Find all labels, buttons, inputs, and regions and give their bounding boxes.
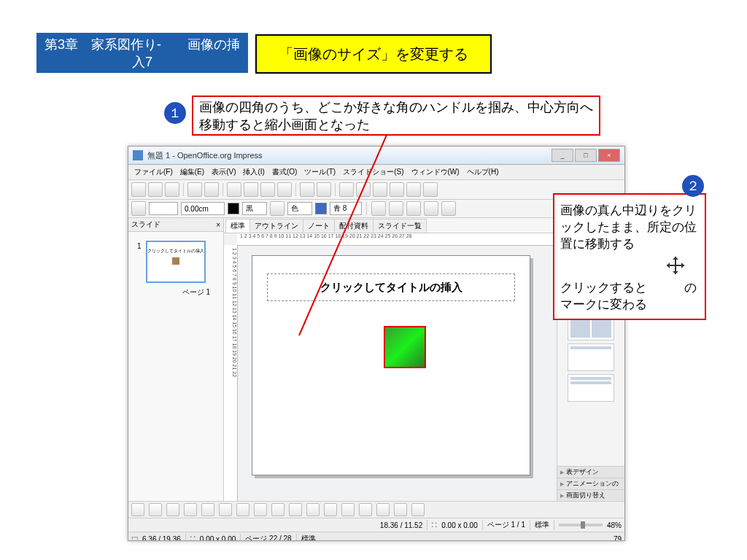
navigator-icon[interactable] [390, 182, 404, 197]
redo-icon[interactable] [317, 182, 331, 197]
new-icon[interactable] [131, 182, 146, 197]
slides-panel-header: スライド × [128, 218, 223, 232]
canvas-wrap: 1 2 3 4 5 6 7 8 9 10 11 12 13 14 15 16 1… [224, 233, 557, 501]
step-2-line1: 画像の真ん中辺りをクリックしたまま、所定の位置に移動する [560, 202, 699, 252]
tab-handout[interactable]: 配付資料 [334, 219, 374, 233]
slide-design-icon[interactable] [424, 201, 438, 216]
basic-shapes-icon[interactable] [271, 503, 285, 516]
zoom-readout: 48% [607, 521, 622, 529]
fill-label[interactable]: 色 [287, 202, 312, 215]
arrange-icon[interactable] [406, 201, 421, 216]
zoom-readout-2: 79 [614, 535, 622, 542]
close-panel-icon[interactable]: × [216, 221, 220, 229]
menu-format[interactable]: 書式(O) [269, 167, 300, 177]
menu-insert[interactable]: 挿入(I) [240, 167, 267, 177]
title-placeholder[interactable]: クリックしてタイトルの挿入 [267, 273, 515, 301]
save-icon[interactable] [165, 182, 179, 197]
zoom-slider[interactable] [559, 524, 603, 526]
accordion-animation[interactable]: ▶アニメーションの [557, 478, 624, 489]
window-title: 無題 1 - OpenOffice.org Impress [147, 150, 263, 161]
arrow-select-icon[interactable] [131, 201, 146, 216]
preview-icon[interactable] [204, 182, 219, 197]
window-titlebar: 無題 1 - OpenOffice.org Impress _ □ × [128, 147, 624, 165]
fontwork-icon[interactable] [394, 503, 407, 516]
accordion-table-design[interactable]: ▶表デザイン [557, 466, 624, 478]
statusbar-inner: 18.36 / 11.52 ⸬ 0.00 x 0.00 ページ 1 / 1 標準… [128, 518, 624, 532]
3d-icon[interactable] [376, 503, 390, 516]
stars-icon[interactable] [359, 503, 372, 516]
step-2-line2: クリックすると のマークに変わる [560, 279, 699, 313]
move-arrows-icon [667, 257, 684, 274]
layout-thumb[interactable] [568, 343, 614, 371]
table-icon[interactable] [356, 182, 371, 197]
slide-thumbnail[interactable]: 1 クリックしてタイトルの挿入 [146, 241, 206, 283]
symbol-shapes-icon[interactable] [289, 503, 302, 516]
flowchart-icon[interactable] [324, 503, 337, 516]
menu-file[interactable]: ファイル(F) [131, 167, 176, 177]
cut-icon[interactable] [244, 182, 258, 197]
undo-icon[interactable] [300, 182, 314, 197]
insert-image-icon[interactable] [411, 503, 425, 516]
fill-color-chip[interactable] [315, 203, 327, 214]
step-2-text: 画像の真ん中辺りをクリックしたまま、所定の位置に移動する クリックすると のマー… [553, 193, 706, 320]
slide-layout-icon[interactable] [441, 201, 456, 216]
selected-image[interactable] [384, 326, 426, 368]
paste-icon[interactable] [277, 182, 292, 197]
menu-view[interactable]: 表示(V) [209, 167, 239, 177]
zoom-icon[interactable] [406, 182, 421, 197]
format-toolbar: 0.00cm 黒 色 青 8 [128, 200, 624, 218]
menu-tools[interactable]: ツール(T) [301, 167, 338, 177]
drawing-toolbar [128, 501, 624, 518]
help-icon[interactable] [423, 182, 438, 197]
arrow-icon[interactable] [166, 503, 179, 516]
main-area: スライド × 1 クリックしてタイトルの挿入 ページ 1 標準 アウトライン ノ… [128, 218, 624, 501]
fill-icon[interactable] [270, 201, 285, 216]
ruler-vertical: 1 2 3 4 5 6 7 8 9 10 11 12 13 14 15 16 1… [224, 245, 238, 501]
align-icon[interactable] [389, 201, 403, 216]
connector-icon[interactable] [254, 503, 267, 516]
thumb-title-text: クリックしてタイトルの挿入 [147, 248, 204, 254]
tab-notes[interactable]: ノート [303, 219, 335, 233]
print-icon[interactable] [187, 182, 202, 197]
ellipse-icon[interactable] [201, 503, 214, 516]
pointer-icon[interactable] [131, 503, 144, 516]
copy-icon[interactable] [260, 182, 275, 197]
tab-normal[interactable]: 標準 [225, 219, 250, 233]
menu-help[interactable]: ヘルプ(H) [464, 167, 502, 177]
step-badge-1: １ [164, 102, 186, 124]
menu-slideshow[interactable]: スライドショー(S) [340, 167, 406, 177]
shadow-icon[interactable] [371, 201, 386, 216]
spellcheck-icon[interactable] [227, 182, 241, 197]
slide-title: 「画像のサイズ」を変更する [255, 34, 492, 74]
tab-sorter[interactable]: スライド一覧 [373, 219, 427, 233]
editor-area: 標準 アウトライン ノート 配付資料 スライド一覧 1 2 3 4 5 6 7 … [224, 218, 557, 501]
menu-window[interactable]: ウィンドウ(W) [409, 167, 462, 177]
chapter-header: 第3章 家系図作り- 画像の挿入7 [36, 33, 248, 73]
curve-icon[interactable] [236, 503, 249, 516]
page-readout-2: ページ 22 / 28 [245, 534, 291, 541]
open-icon[interactable] [148, 182, 163, 197]
line-width-field[interactable]: 0.00cm [181, 202, 225, 215]
callouts-icon[interactable] [341, 503, 355, 516]
slide-canvas[interactable]: クリックしてタイトルの挿入 [252, 255, 530, 475]
line-color-chip[interactable] [228, 203, 239, 214]
layout-thumb[interactable] [568, 374, 614, 402]
statusbar-outer: ⬚ 6.36 / 19.36 ⸬ 0.00 x 0.00 ページ 22 / 28… [128, 532, 624, 541]
text-icon[interactable] [219, 503, 232, 516]
minimize-button[interactable]: _ [551, 149, 573, 162]
line-color-name[interactable]: 黒 [242, 202, 267, 215]
mode-readout-2: 標準 [301, 534, 316, 541]
fill-color-name[interactable]: 青 8 [330, 202, 362, 215]
view-tabs: 標準 アウトライン ノート 配付資料 スライド一覧 [224, 218, 557, 233]
hyperlink-icon[interactable] [373, 182, 387, 197]
tab-outline[interactable]: アウトライン [249, 219, 303, 233]
rect-icon[interactable] [184, 503, 197, 516]
close-button[interactable]: × [598, 149, 620, 162]
menu-edit[interactable]: 編集(E) [177, 167, 207, 177]
line-icon[interactable] [149, 503, 162, 516]
accordion-transition[interactable]: ▶画面切り替え [557, 489, 624, 501]
page-label: ページ 1 [128, 287, 210, 298]
block-arrows-icon[interactable] [306, 503, 320, 516]
maximize-button[interactable]: □ [575, 149, 597, 162]
chart-icon[interactable] [339, 182, 354, 197]
